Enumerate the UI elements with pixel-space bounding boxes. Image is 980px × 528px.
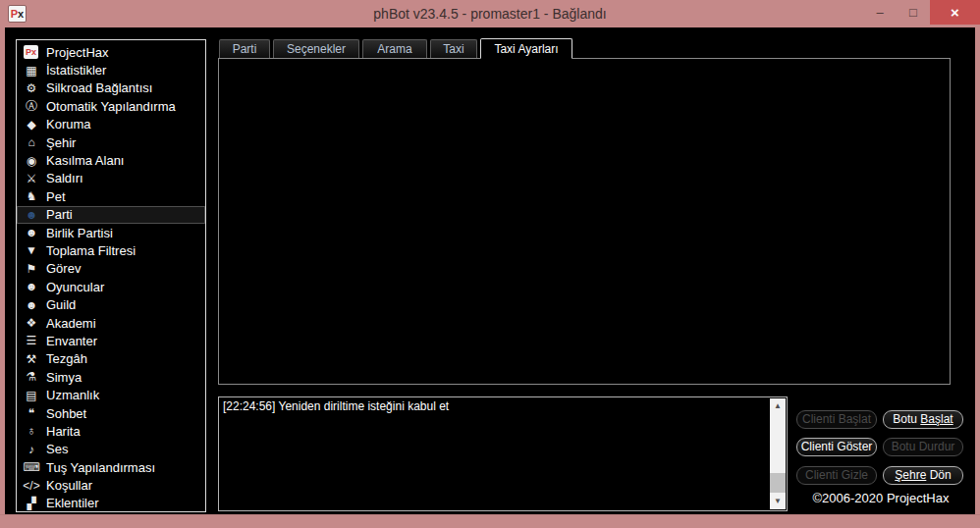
sidebar-item-oyuncular[interactable]: ☻Oyuncular <box>17 278 205 295</box>
quest-icon: ⚑ <box>22 262 41 276</box>
tab-taxi[interactable]: Taxi <box>430 39 477 58</box>
sidebar-item-tu-yap-land-rmas[interactable]: ⌨Tuş Yapılandırması <box>17 458 205 476</box>
sidebar-item-label: Eklentiler <box>41 496 98 510</box>
sehre-don-underlined: Şehre <box>895 468 926 482</box>
titlebar[interactable]: Px phBot v23.4.5 - promaster1 - Bağlandı… <box>0 0 980 27</box>
scrollbar-up-icon[interactable]: ▲ <box>770 398 786 414</box>
log-scrollbar[interactable]: ▲ ▼ <box>770 398 786 509</box>
sidebar-item-envanter[interactable]: ☰Envanter <box>17 332 205 349</box>
clienti-goster-button[interactable]: Clienti Göster <box>796 438 877 456</box>
sidebar-item-birlik-partisi[interactable]: ☻Birlik Partisi <box>17 224 205 241</box>
sidebar-item-label: Koruma <box>41 117 91 132</box>
sidebar-item-ses[interactable]: ♪Ses <box>17 441 205 458</box>
sidebar-item-toplama-filtresi[interactable]: ▼Toplama Filtresi <box>17 241 205 259</box>
academy-icon: ❖ <box>22 316 41 330</box>
town-icon: ⌂ <box>22 135 41 149</box>
sehre-don-suffix: Dön <box>926 468 951 482</box>
union-party-icon: ☻ <box>22 226 41 239</box>
sidebar-item-kas-lma-alan[interactable]: ◉Kasılma Alanı <box>17 151 205 169</box>
tab-se-enekler[interactable]: Seçenekler <box>273 39 359 58</box>
sidebar-item-label: Pet <box>41 189 66 204</box>
scrollbar-thumb[interactable] <box>770 473 786 493</box>
sidebar-item-label: Oyuncular <box>41 280 104 294</box>
sidebar-item-label: Guild <box>41 297 76 312</box>
pick-filter-icon: ▼ <box>22 243 41 257</box>
sidebar-item-label: Tuş Yapılandırması <box>41 460 155 475</box>
sidebar-item-simya[interactable]: ⚗Simya <box>17 368 205 386</box>
tab-parti[interactable]: Parti <box>219 39 270 58</box>
sidebar-item-label: İstatistikler <box>41 63 106 78</box>
mastery-icon: ▤ <box>22 389 41 402</box>
clienti-gizle-button: Clienti Gizle <box>796 466 877 485</box>
sidebar-item-label: Simya <box>41 370 82 385</box>
phbot-window: Px phBot v23.4.5 - promaster1 - Bağlandı… <box>0 0 980 528</box>
tab-arama[interactable]: Arama <box>362 39 427 58</box>
sidebar-item-label: Parti <box>41 207 73 222</box>
sidebar-item-label: Birlik Partisi <box>41 226 113 240</box>
players-icon: ☻ <box>22 280 41 293</box>
hotkeys-icon: ⌨ <box>22 460 41 474</box>
botu-durdur-button: Botu Durdur <box>883 438 963 456</box>
sidebar-item-i-statistikler[interactable]: ▦İstatistikler <box>17 61 205 79</box>
botu-baslat-underlined: Başlat <box>920 412 953 426</box>
connection-icon: ⚙ <box>22 81 41 95</box>
botu-baslat-prefix: Botu <box>893 412 920 426</box>
sidebar-item-harita[interactable]: ♁Harita <box>17 422 205 440</box>
window-border-right <box>975 27 980 514</box>
sidebar-item-uzmanl-k[interactable]: ▤Uzmanlık <box>17 386 205 403</box>
copyright-text: ©2006-2020 ProjectHax <box>796 491 965 505</box>
sidebar-item-projecthax[interactable]: PxProjectHax <box>17 43 205 61</box>
sidebar-item-label: Tezgâh <box>41 351 87 366</box>
tab-taxi-ayarlar[interactable]: Taxi Ayarları <box>480 38 572 59</box>
plugins-icon: ▞ <box>22 497 41 510</box>
chat-icon: ❝ <box>22 406 41 420</box>
sidebar-item-label: ProjectHax <box>41 45 109 60</box>
minimize-button[interactable]: – <box>863 0 897 25</box>
sidebar-item-label: Silkroad Bağlantısı <box>41 80 152 95</box>
sidebar-item-otomatik-yap-land-rma[interactable]: ⒶOtomatik Yapılandırma <box>17 97 205 115</box>
sidebar-item-pet[interactable]: ♞Pet <box>17 187 205 205</box>
party-icon: ☻ <box>22 208 41 222</box>
map-icon: ♁ <box>22 424 41 438</box>
projecthax-logo-icon: Px <box>24 45 38 59</box>
tab-page-taxi-ayarlari <box>218 58 951 385</box>
botu-baslat-button[interactable]: Botu Başlat <box>883 410 963 429</box>
sidebar-item-label: Ses <box>41 442 68 456</box>
sidebar-item-label: Envanter <box>41 334 97 348</box>
window-title: phBot v23.4.5 - promaster1 - Bağlandı <box>0 0 980 27</box>
sidebar-item-label: Uzmanlık <box>41 388 99 402</box>
sound-icon: ♪ <box>22 443 41 456</box>
sidebar-item-label: Görev <box>41 261 81 276</box>
sidebar-item-label: Kasılma Alanı <box>41 153 125 168</box>
sidebar-item-parti[interactable]: ☻Parti <box>17 206 205 224</box>
log-box[interactable]: [22:24:56] Yeniden diriltime isteğini ka… <box>218 396 788 511</box>
scrollbar-down-icon[interactable]: ▼ <box>770 494 786 509</box>
stall-icon: ⚒ <box>22 352 41 366</box>
log-content: [22:24:56] Yeniden diriltime isteğini ka… <box>223 399 767 508</box>
window-border-bottom <box>0 514 980 528</box>
sidebar-item-label: Sohbet <box>41 406 86 421</box>
sidebar-item-koruma[interactable]: ◆Koruma <box>17 116 205 133</box>
close-button[interactable]: × <box>930 0 980 25</box>
sidebar-item-guild[interactable]: ☻Guild <box>17 295 205 313</box>
sidebar-item-sohbet[interactable]: ❝Sohbet <box>17 404 205 422</box>
sidebar-item-label: Otomatik Yapılandırma <box>41 99 176 114</box>
guild-icon: ☻ <box>22 298 41 312</box>
sidebar-item-silkroad-ba-lant-s[interactable]: ⚙Silkroad Bağlantısı <box>17 79 205 97</box>
sidebar-item-ehir[interactable]: ⌂Şehir <box>17 133 205 151</box>
sidebar-item-eklentiler[interactable]: ▞Eklentiler <box>17 495 205 512</box>
auto-config-icon: Ⓐ <box>22 98 41 115</box>
sidebar-item-g-rev[interactable]: ⚑Görev <box>17 260 205 278</box>
client-area: PxProjectHax▦İstatistikler⚙Silkroad Bağl… <box>5 27 975 514</box>
inventory-icon: ☰ <box>22 334 41 347</box>
sidebar-item-sald-r[interactable]: ⚔Saldırı <box>17 170 205 187</box>
maximize-button[interactable]: □ <box>897 0 930 25</box>
sehre-don-button[interactable]: Şehre Dön <box>883 466 963 485</box>
clienti-baslat-button: Clienti Başlat <box>796 410 877 429</box>
sidebar-item-ko-ullar[interactable]: </>Koşullar <box>17 476 205 494</box>
statistics-icon: ▦ <box>22 64 41 78</box>
window-controls: – □ × <box>863 0 980 25</box>
sidebar-item-tezg-h[interactable]: ⚒Tezgâh <box>17 350 205 368</box>
sidebar-item-akademi[interactable]: ❖Akademi <box>17 314 205 332</box>
sidebar-item-label: Koşullar <box>41 478 92 493</box>
